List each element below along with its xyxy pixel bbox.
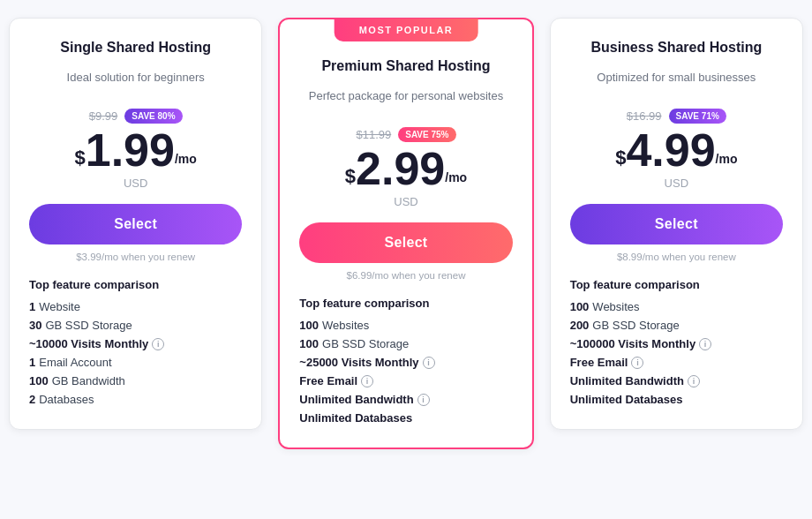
select-button-single[interactable]: Select xyxy=(29,204,242,244)
select-button-premium[interactable]: Select xyxy=(299,222,512,263)
plan-subtitle: Optimized for small businesses xyxy=(570,61,783,93)
plan-card-single: Single Shared HostingIdeal solution for … xyxy=(9,18,262,430)
popular-badge: MOST POPULAR xyxy=(335,19,478,41)
save-badge: SAVE 80% xyxy=(124,109,182,124)
feature-text: Websites xyxy=(322,319,369,332)
price-mo: /mo xyxy=(716,152,738,166)
original-price: $16.99 xyxy=(627,109,662,123)
info-icon: i xyxy=(688,375,700,387)
feature-bold: Unlimited Databases xyxy=(570,393,683,406)
price-currency: USD xyxy=(29,177,242,190)
feature-bold: ~100000 Visits Monthly xyxy=(570,337,695,350)
feature-item: 100 GB Bandwidth xyxy=(29,374,242,387)
feature-item: 100 Websites xyxy=(570,300,783,313)
price-row: $11.99 SAVE 75% xyxy=(299,127,512,142)
feature-item: Unlimited Bandwidthi xyxy=(299,393,512,406)
renew-note: $3.99/mo when you renew xyxy=(29,252,242,262)
price-amount: 1.99 xyxy=(86,127,175,173)
original-price: $11.99 xyxy=(356,128,391,141)
feature-bold: 100 xyxy=(570,300,590,313)
save-badge: SAVE 75% xyxy=(398,127,455,142)
feature-item: 200 GB SSD Storage xyxy=(570,319,783,332)
price-currency: USD xyxy=(299,195,512,208)
info-icon: i xyxy=(699,338,711,350)
price-row: $9.99 SAVE 80% xyxy=(29,109,242,124)
feature-text: GB SSD Storage xyxy=(45,319,132,332)
price-dollar: $ xyxy=(615,148,626,168)
feature-bold: Unlimited Databases xyxy=(299,411,412,425)
plan-title: Premium Shared Hosting xyxy=(299,58,512,74)
price-main: $ 4.99 /mo xyxy=(570,127,783,173)
price-mo: /mo xyxy=(175,152,197,166)
plan-title: Business Shared Hosting xyxy=(570,40,783,56)
price-row: $16.99 SAVE 71% xyxy=(570,109,783,124)
plan-subtitle: Ideal solution for beginners xyxy=(29,61,242,93)
feature-bold: 30 xyxy=(29,319,41,332)
plans-container: Single Shared HostingIdeal solution for … xyxy=(9,18,803,449)
feature-item: ~10000 Visits Monthlyi xyxy=(29,337,242,350)
info-icon: i xyxy=(631,357,643,369)
features-title: Top feature comparison xyxy=(299,297,512,310)
feature-text: GB SSD Storage xyxy=(322,337,409,350)
select-button-business[interactable]: Select xyxy=(570,204,783,244)
feature-bold: 100 xyxy=(299,337,319,350)
feature-item: 1 Email Account xyxy=(29,356,242,369)
feature-text: GB Bandwidth xyxy=(52,374,125,387)
feature-bold: ~10000 Visits Monthly xyxy=(29,337,148,350)
plan-title: Single Shared Hosting xyxy=(29,40,242,56)
price-mo: /mo xyxy=(445,170,467,184)
price-dollar: $ xyxy=(345,167,356,186)
price-amount: 4.99 xyxy=(626,127,715,173)
plan-subtitle: Perfect package for personal websites xyxy=(299,79,512,111)
feature-bold: Free Email xyxy=(570,356,628,369)
feature-item: ~100000 Visits Monthlyi xyxy=(570,337,783,350)
feature-text: Email Account xyxy=(39,356,111,369)
feature-text: Websites xyxy=(592,300,639,313)
feature-item: Free Emaili xyxy=(299,374,512,387)
info-icon: i xyxy=(361,375,373,387)
feature-text: Databases xyxy=(39,393,94,406)
feature-item: 100 GB SSD Storage xyxy=(299,337,512,350)
info-icon: i xyxy=(423,357,435,369)
info-icon: i xyxy=(417,394,430,406)
feature-item: Unlimited Databases xyxy=(570,393,783,406)
feature-item: 100 Websites xyxy=(299,319,512,332)
price-main: $ 1.99 /mo xyxy=(29,127,242,173)
feature-bold: 1 xyxy=(29,356,35,369)
feature-bold: 200 xyxy=(570,319,590,332)
feature-item: Unlimited Bandwidthi xyxy=(570,374,783,387)
feature-bold: 100 xyxy=(29,374,49,387)
features-title: Top feature comparison xyxy=(570,278,783,291)
features-title: Top feature comparison xyxy=(29,278,242,291)
renew-note: $6.99/mo when you renew xyxy=(299,270,512,281)
price-dollar: $ xyxy=(74,148,85,168)
feature-bold: 100 xyxy=(299,319,319,332)
feature-item: 30 GB SSD Storage xyxy=(29,319,242,332)
info-icon: i xyxy=(152,338,164,350)
plan-card-premium: MOST POPULARPremium Shared HostingPerfec… xyxy=(278,18,533,449)
feature-bold: 1 xyxy=(29,300,35,313)
feature-text: GB SSD Storage xyxy=(592,319,679,332)
price-amount: 2.99 xyxy=(356,146,445,192)
feature-item: 1 Website xyxy=(29,300,242,313)
renew-note: $8.99/mo when you renew xyxy=(570,252,783,262)
original-price: $9.99 xyxy=(89,109,118,123)
feature-item: Free Emaili xyxy=(570,356,783,369)
feature-bold: 2 xyxy=(29,393,35,406)
save-badge: SAVE 71% xyxy=(669,109,726,124)
price-main: $ 2.99 /mo xyxy=(299,146,512,192)
price-currency: USD xyxy=(570,177,783,190)
feature-item: 2 Databases xyxy=(29,393,242,406)
feature-bold: Unlimited Bandwidth xyxy=(570,374,684,387)
feature-bold: Free Email xyxy=(299,374,357,387)
feature-item: Unlimited Databases xyxy=(299,411,512,425)
feature-text: Website xyxy=(39,300,80,313)
feature-bold: ~25000 Visits Monthly xyxy=(299,356,418,369)
feature-bold: Unlimited Bandwidth xyxy=(299,393,413,406)
feature-item: ~25000 Visits Monthlyi xyxy=(299,356,512,369)
plan-card-business: Business Shared HostingOptimized for sma… xyxy=(550,18,803,430)
